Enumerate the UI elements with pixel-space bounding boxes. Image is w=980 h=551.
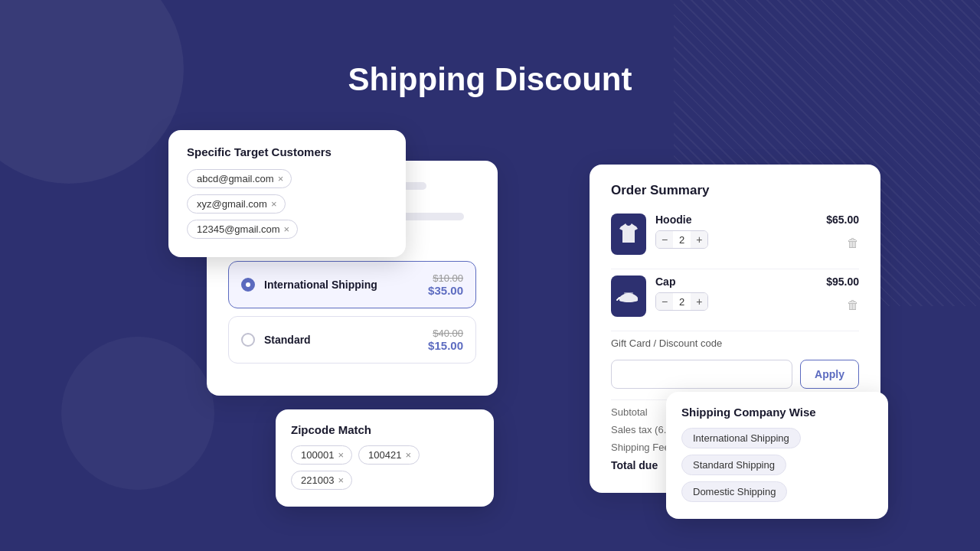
order-item-left: Hoodie − 2 +	[611, 214, 708, 255]
total-label: Total due	[611, 459, 658, 471]
hoodie-icon	[618, 221, 639, 247]
qty-control: − 2 +	[655, 230, 708, 249]
shipping-company-card: Shipping Company Wise International Ship…	[666, 392, 888, 519]
qty-control: − 2 +	[655, 292, 708, 311]
summary-label: Shipping Fee	[611, 442, 670, 453]
item-name: Cap	[655, 276, 708, 288]
discounted-price: $15.00	[428, 339, 463, 352]
tag-label: 12345@gmail.com	[197, 223, 280, 235]
list-item: abcd@gmail.com×	[187, 169, 292, 188]
discount-row: Apply	[611, 360, 859, 389]
original-price: $40.00	[428, 328, 463, 339]
shipping-company-title: Shipping Company Wise	[681, 406, 873, 419]
close-icon[interactable]: ×	[284, 224, 290, 234]
item-info: Cap − 2 +	[655, 276, 708, 311]
target-customers-card: Specific Target Customers abcd@gmail.com…	[168, 130, 406, 257]
tag-label: abcd@gmail.com	[197, 173, 274, 184]
tag-label: xyz@gmail.com	[197, 198, 267, 210]
item-image	[611, 276, 646, 317]
item-actions: $95.00 🗑	[826, 276, 859, 312]
table-row: Cap − 2 + $95.00 🗑	[611, 276, 859, 317]
table-row: Hoodie − 2 + $65.00 🗑	[611, 214, 859, 255]
item-name: Hoodie	[655, 214, 708, 226]
shipping-option[interactable]: International Shipping $10.00 $35.00	[228, 261, 476, 308]
list-item: International Shipping	[681, 428, 801, 448]
shipping-option-name: Standard	[264, 334, 311, 346]
tag-label: 100421	[368, 449, 401, 461]
original-price: $10.00	[428, 272, 463, 284]
shipping-option-left: International Shipping	[241, 278, 377, 292]
list-item: 221003×	[291, 471, 352, 490]
close-icon[interactable]: ×	[405, 450, 411, 460]
qty-decrease-button[interactable]: −	[656, 231, 673, 248]
item-info: Hoodie − 2 +	[655, 214, 708, 249]
close-icon[interactable]: ×	[338, 475, 344, 485]
list-item: 100421×	[358, 445, 420, 465]
zipcode-match-card: Zipcode Match 100001×100421×221003×	[276, 409, 494, 507]
tag-label: 221003	[301, 474, 334, 486]
discount-input[interactable]	[611, 360, 792, 389]
order-items-list: Hoodie − 2 + $65.00 🗑 Cap − 2	[611, 214, 859, 317]
shipping-option-name: International Shipping	[264, 279, 377, 291]
item-price: $95.00	[826, 276, 859, 288]
close-icon[interactable]: ×	[271, 199, 277, 209]
list-item: Standard Shipping	[681, 455, 786, 475]
qty-increase-button[interactable]: +	[691, 293, 707, 310]
discount-label: Gift Card / Discount code	[611, 337, 859, 349]
radio-button[interactable]	[241, 278, 255, 292]
bg-decoration-circle-1	[0, 0, 184, 184]
divider-1	[611, 331, 859, 331]
close-icon[interactable]: ×	[278, 174, 284, 184]
item-price: $65.00	[826, 214, 859, 226]
shipping-options-list: International Shipping $10.00 $35.00 Sta…	[228, 261, 476, 364]
order-item-left: Cap − 2 +	[611, 276, 708, 317]
order-summary-title: Order Summary	[611, 183, 859, 198]
shipping-option-prices: $40.00 $15.00	[428, 328, 463, 352]
svg-rect-0	[624, 292, 633, 294]
item-actions: $65.00 🗑	[826, 214, 859, 250]
target-customers-tag-list: abcd@gmail.com×xyz@gmail.com×12345@gmail…	[187, 169, 387, 239]
list-item: 12345@gmail.com×	[187, 220, 298, 239]
trash-icon[interactable]: 🗑	[847, 298, 859, 312]
zipcode-tag-list: 100001×100421×221003×	[291, 445, 479, 490]
list-item: Domestic Shipping	[681, 481, 787, 502]
qty-increase-button[interactable]: +	[691, 231, 707, 248]
discounted-price: $35.00	[428, 284, 463, 297]
apply-button[interactable]: Apply	[800, 360, 859, 389]
zipcode-title: Zipcode Match	[291, 423, 479, 436]
item-image	[611, 214, 646, 255]
close-icon[interactable]: ×	[338, 450, 344, 460]
tag-label: 100001	[301, 449, 334, 461]
shipping-option-prices: $10.00 $35.00	[428, 272, 463, 297]
trash-icon[interactable]: 🗑	[847, 236, 859, 250]
radio-button[interactable]	[241, 333, 255, 347]
cap-icon	[616, 287, 641, 305]
list-item: 100001×	[291, 445, 352, 465]
item-divider	[611, 269, 859, 269]
shipping-option[interactable]: Standard $40.00 $15.00	[228, 316, 476, 364]
qty-number: 2	[673, 296, 691, 308]
shipping-option-left: Standard	[241, 333, 311, 347]
bg-decoration-circle-2	[61, 337, 214, 490]
qty-decrease-button[interactable]: −	[656, 293, 673, 310]
list-item: xyz@gmail.com×	[187, 194, 286, 214]
target-customers-title: Specific Target Customers	[187, 145, 387, 158]
qty-number: 2	[673, 234, 691, 246]
page-title: Shipping Discount	[348, 61, 632, 98]
company-tags-list: International ShippingStandard ShippingD…	[681, 428, 873, 502]
summary-label: Subtotal	[611, 406, 648, 418]
